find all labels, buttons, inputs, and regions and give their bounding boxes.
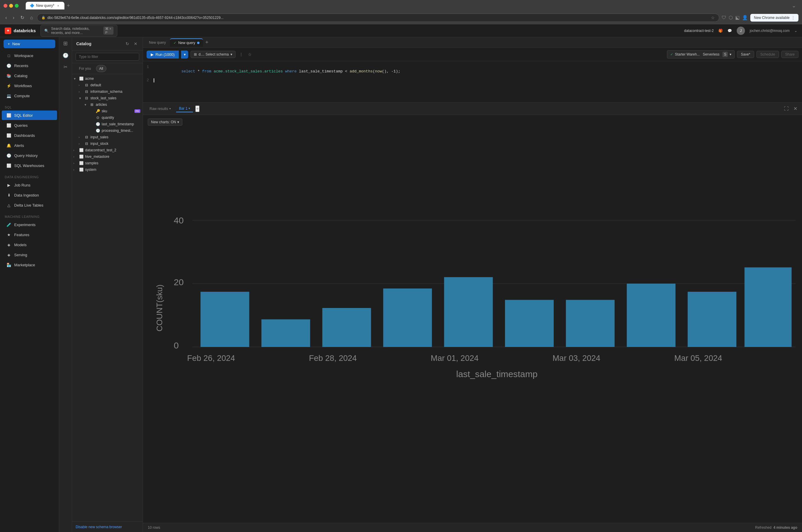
tree-item-samples[interactable]: › ⬜ samples [72,160,143,166]
chevron-right-icon: › [73,149,77,152]
tree-item-quantity[interactable]: ⊙ quantity [72,114,143,121]
check-icon: ✓ [173,41,176,45]
chevron-down-icon: ▾ [730,52,731,56]
query-tabs: New query ✓ New query + [143,37,802,48]
tree-item-acme[interactable]: ▼ ⬜ acme [72,75,143,82]
share-button[interactable]: Share [781,51,799,58]
back-button[interactable]: ‹ [3,14,8,22]
catalog-close-button[interactable]: ✕ [133,41,139,47]
tree-item-information-schema[interactable]: › ⊟ information_schema [72,88,143,95]
tree-item-input-sales[interactable]: › ⊟ input_sales [72,134,143,140]
close-button[interactable] [3,4,7,8]
warehouse-selector[interactable]: ✓ Starter Wareh... Serverless S ▾ [667,50,734,58]
sidebar: + New □ Workspace 🕐 Recents 📚 Catalog ⚡ … [0,37,59,532]
new-chrome-banner[interactable]: New Chrome available ⋮ [750,14,799,22]
reading-mode-icon[interactable]: ⬕ [735,15,740,20]
catalog-icon: ⬜ [79,168,84,172]
sidebar-item-sql-editor[interactable]: ⬜ SQL Editor [2,111,57,120]
tab-close-button[interactable]: × [56,3,60,8]
svg-text:COUNT(sku): COUNT(sku) [155,285,164,331]
sidebar-item-workspace[interactable]: □ Workspace [2,51,57,60]
home-button[interactable]: ⌂ [28,14,35,22]
tree-item-default[interactable]: › ⊟ default [72,82,143,88]
address-input[interactable]: 🔒 dbc-5829e67d-6e9e.cloud.databricks.com… [37,14,719,22]
sidebar-item-models[interactable]: ◈ Models [2,240,57,249]
sidebar-item-features[interactable]: ★ Features [2,230,57,240]
catalog-panel-toggle[interactable]: ⊞ [62,40,69,47]
user-avatar[interactable]: J [737,26,745,35]
tree-item-stock-last-sales[interactable]: ▼ ⊟ stock_last_sales [72,95,143,101]
svg-text:Mar 03, 2024: Mar 03, 2024 [553,354,600,363]
run-dropdown-button[interactable]: ▾ [181,51,188,58]
disable-schema-browser-link[interactable]: Disable new schema browser [76,525,122,529]
star-button[interactable]: ☆ [247,52,253,57]
sidebar-item-recents[interactable]: 🕐 Recents [2,61,57,70]
new-button[interactable]: + New [3,40,55,48]
compute-icon: 💻 [6,93,11,98]
sidebar-item-data-ingestion[interactable]: ⬇ Data Ingestion [2,190,57,200]
sidebar-item-alerts[interactable]: 🔔 Alerts [2,141,57,150]
svg-text:40: 40 [174,215,184,225]
sidebar-item-delta-live[interactable]: △ Delta Live Tables [2,201,57,210]
minimize-button[interactable] [9,4,13,8]
tab-for-you[interactable]: For you [76,65,94,72]
more-options-button[interactable]: ⋮ [238,52,244,57]
run-button[interactable]: ▶ Run (1000) [147,51,179,58]
tree-item-last-sale-timestamp[interactable]: 🕐 last_sale_timestamp [72,121,143,127]
add-chart-button[interactable]: + [195,106,199,112]
marketplace-icon: 🏪 [6,263,11,267]
bar1-tab[interactable]: Bar 1 ▾ [176,105,193,112]
tree-item-datacontract-test-2[interactable]: › ⬜ datacontract_test_2 [72,147,143,153]
fullscreen-button[interactable]: ⛶ [783,105,790,113]
sidebar-item-compute[interactable]: 💻 Compute [2,91,57,100]
query-tab-2[interactable]: ✓ New query [170,38,203,47]
user-menu-chevron[interactable]: ⌄ [794,28,797,33]
chrome-menu-button[interactable]: ⌄ [789,2,799,9]
raw-results-tab[interactable]: Raw results ▾ [147,106,174,112]
tree-item-input-stock[interactable]: › ⊟ input_stock [72,140,143,147]
gift-icon[interactable]: 🎁 [718,28,723,33]
browser-tab[interactable]: 🔷 New query* × [26,2,64,10]
query-tab-1[interactable]: New query [146,39,169,46]
tree-item-system[interactable]: › ⬜ system [72,166,143,173]
tree-item-sku[interactable]: 🔑 sku PK [72,108,143,114]
tree-item-processing-timestamp[interactable]: 🕐 processing_timest... [72,127,143,134]
add-query-tab-button[interactable]: + [204,39,210,45]
forward-button[interactable]: › [11,14,16,22]
extensions-icon[interactable]: ⬡ [729,15,733,20]
sidebar-item-marketplace[interactable]: 🏪 Marketplace [2,260,57,269]
save-button[interactable]: Save* [737,51,754,58]
catalog-refresh-button[interactable]: ↻ [125,41,130,47]
catalog-filter-input[interactable] [76,53,139,61]
reload-button[interactable]: ↻ [19,14,26,22]
new-tab-button[interactable]: + [65,2,72,10]
code-editor[interactable]: 1 select * from acme.stock_last_sales.ar… [143,61,802,102]
sidebar-item-query-history[interactable]: 🕐 Query History [2,151,57,160]
tab-all[interactable]: All [96,65,107,72]
sidebar-item-dashboards[interactable]: ⬜ Dashboards [2,131,57,140]
sidebar-item-serving[interactable]: ◈ Serving [2,250,57,260]
maximize-button[interactable] [15,4,19,8]
tree-item-articles[interactable]: ▼ ⊞ articles [72,101,143,108]
banner-menu-icon[interactable]: ⋮ [791,16,795,20]
profile-icon[interactable]: 👤 [742,15,748,20]
shield-icon[interactable]: 🛡 [722,15,726,20]
sidebar-item-job-runs[interactable]: ▶ Job Runs [2,180,57,190]
sidebar-item-queries[interactable]: ⬜ Queries [2,120,57,130]
bar-mar05a [627,284,675,347]
sidebar-item-catalog[interactable]: 📚 Catalog [2,71,57,80]
schema-selector[interactable]: ⊞ d.... Select schema ▾ [191,51,235,58]
sidebar-item-sql-warehouses[interactable]: ⬜ SQL Warehouses [2,161,57,170]
snippets-panel-toggle[interactable]: ✂ [62,63,69,70]
bookmark-button[interactable]: ☆ [711,15,715,20]
sidebar-item-experiments[interactable]: 🧪 Experiments [2,220,57,229]
new-charts-toggle[interactable]: New charts: ON ▾ [148,118,182,126]
schedule-button[interactable]: Schedule [757,51,779,58]
history-panel-toggle[interactable]: 🕐 [61,52,70,59]
schema-icon: ⊟ [84,141,89,146]
help-icon[interactable]: 💬 [727,28,732,33]
global-search[interactable]: 🔍 Search data, notebooks, recents, and m… [40,25,117,37]
tree-item-hive-metastore[interactable]: › ⬜ hive_metastore [72,153,143,160]
close-results-button[interactable]: ✕ [792,104,799,113]
sidebar-item-workflows[interactable]: ⚡ Workflows [2,81,57,91]
